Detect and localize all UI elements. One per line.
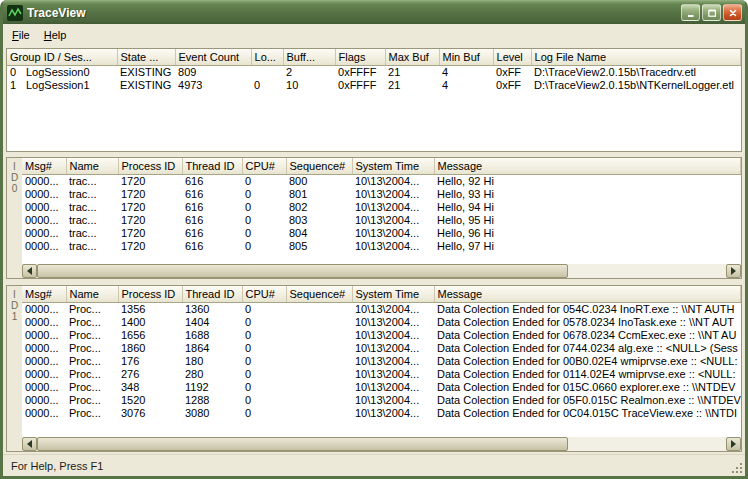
- column-header[interactable]: Group ID / Ses...: [7, 49, 117, 65]
- horizontal-scrollbar[interactable]: [22, 437, 741, 451]
- table-row[interactable]: 0000...Proc...16561688010\13\2004...Data…: [22, 329, 741, 342]
- menu-item-help[interactable]: Help: [37, 26, 74, 44]
- table-row[interactable]: 0000...trac...1720616080210\13\2004...He…: [22, 201, 741, 214]
- id-strip-letter: I: [7, 289, 22, 300]
- table-cell: 1720: [118, 240, 182, 253]
- table-cell: Data Colection Ended for 0744.0234 alg.e…: [434, 342, 741, 355]
- table-cell: 1404: [182, 316, 242, 329]
- table-cell: 10\13\2004...: [352, 201, 434, 214]
- sessions-table: Group ID / Ses... State ... Event Count …: [7, 49, 741, 92]
- table-cell: 0000...: [22, 329, 66, 342]
- scroll-right-button[interactable]: [726, 437, 741, 451]
- column-header[interactable]: Thread ID: [182, 158, 242, 174]
- table-cell: Data Colection Ended for 0578.0234 InoTa…: [434, 316, 741, 329]
- scrollbar-track[interactable]: [37, 264, 726, 278]
- column-header[interactable]: Message: [434, 286, 741, 302]
- table-row[interactable]: 0000...Proc...15201288010\13\2004...Data…: [22, 394, 741, 407]
- session-id-strip-0: I D 0: [7, 158, 22, 278]
- trace-waveform-icon: [7, 5, 23, 21]
- table-row[interactable]: 0000...trac...1720616080110\13\2004...He…: [22, 188, 741, 201]
- table-cell: trac...: [66, 188, 118, 201]
- table-cell: [286, 381, 352, 394]
- column-header[interactable]: CPU#: [242, 286, 286, 302]
- window-title: TraceView: [27, 6, 681, 20]
- table-cell: trac...: [66, 240, 118, 253]
- table-cell: 10\13\2004...: [352, 368, 434, 381]
- menu-item-file[interactable]: File: [5, 26, 37, 44]
- table-row[interactable]: 0000...Proc...14001404010\13\2004...Data…: [22, 316, 741, 329]
- table-cell: 0000...: [22, 342, 66, 355]
- table-cell: EXISTING: [117, 79, 175, 92]
- table-row[interactable]: 1LogSession1EXISTING49730100xFFFF2140xFF…: [7, 79, 741, 92]
- table-cell: 1720: [118, 188, 182, 201]
- table-cell: Proc...: [66, 394, 118, 407]
- column-header[interactable]: Min Buf: [439, 49, 493, 65]
- table-cell: Proc...: [66, 407, 118, 420]
- table-row[interactable]: 0000...trac...1720616080510\13\2004...He…: [22, 240, 741, 253]
- horizontal-scrollbar[interactable]: [22, 264, 741, 278]
- table-row[interactable]: 0000...trac...1720616080310\13\2004...He…: [22, 214, 741, 227]
- scroll-right-button[interactable]: [726, 264, 741, 278]
- scrollbar-track[interactable]: [37, 437, 726, 451]
- column-header[interactable]: State ...: [117, 49, 175, 65]
- table-row[interactable]: 0000...Proc...13561360010\13\2004...Data…: [22, 302, 741, 316]
- column-header[interactable]: CPU#: [242, 158, 286, 174]
- table-cell: 1: [7, 79, 23, 92]
- table-cell: [286, 355, 352, 368]
- maximize-button[interactable]: [702, 4, 721, 21]
- scrollbar-thumb[interactable]: [37, 264, 568, 278]
- close-button[interactable]: [723, 4, 742, 21]
- column-header[interactable]: Process ID: [118, 158, 182, 174]
- table-row[interactable]: 0000...trac...1720616080010\13\2004...He…: [22, 174, 741, 188]
- table-cell: [286, 302, 352, 316]
- column-header[interactable]: Level: [493, 49, 531, 65]
- resize-grip[interactable]: [731, 462, 744, 475]
- table-cell: Proc...: [66, 381, 118, 394]
- table-row[interactable]: 0000...Proc...276280010\13\2004...Data C…: [22, 368, 741, 381]
- column-header[interactable]: Lo...: [251, 49, 283, 65]
- table-row[interactable]: 0000...Proc...18601864010\13\2004...Data…: [22, 342, 741, 355]
- scroll-left-button[interactable]: [22, 264, 37, 278]
- table-row[interactable]: 0000...Proc...30763080010\13\2004...Data…: [22, 407, 741, 420]
- column-header[interactable]: Buff...: [283, 49, 335, 65]
- minimize-button[interactable]: [681, 4, 700, 21]
- scroll-left-button[interactable]: [22, 437, 37, 451]
- table-cell: 1720: [118, 227, 182, 240]
- traceview-app-icon[interactable]: [7, 5, 23, 21]
- table-cell: 0: [242, 240, 286, 253]
- column-header[interactable]: Name: [66, 158, 118, 174]
- column-header[interactable]: Process ID: [118, 286, 182, 302]
- column-header[interactable]: Max Buf: [385, 49, 439, 65]
- column-header[interactable]: Msg#: [22, 286, 66, 302]
- minimize-icon: [686, 8, 696, 18]
- column-header[interactable]: Sequence#: [286, 158, 352, 174]
- column-header[interactable]: Event Count: [175, 49, 251, 65]
- table-row[interactable]: 0000...Proc...3481192010\13\2004...Data …: [22, 381, 741, 394]
- table-cell: 180: [182, 355, 242, 368]
- table-cell: 0: [242, 214, 286, 227]
- table-cell: 0: [242, 188, 286, 201]
- scrollbar-thumb[interactable]: [37, 437, 568, 451]
- column-header[interactable]: Log File Name: [531, 49, 740, 65]
- table-row[interactable]: 0000...trac...1720616080410\13\2004...He…: [22, 227, 741, 240]
- table-cell: 1360: [182, 302, 242, 316]
- column-header[interactable]: Msg#: [22, 158, 66, 174]
- column-header[interactable]: System Time: [352, 158, 434, 174]
- column-header[interactable]: Name: [66, 286, 118, 302]
- column-header[interactable]: Thread ID: [182, 286, 242, 302]
- column-header[interactable]: System Time: [352, 286, 434, 302]
- table-row[interactable]: 0LogSession0EXISTING80920xFFFF2140xFFD:\…: [7, 65, 741, 79]
- table-cell: Proc...: [66, 355, 118, 368]
- status-bar: For Help, Press F1: [3, 454, 745, 476]
- column-header[interactable]: Sequence#: [286, 286, 352, 302]
- table-cell: 10\13\2004...: [352, 394, 434, 407]
- column-header[interactable]: Flags: [335, 49, 385, 65]
- column-header[interactable]: Message: [434, 158, 741, 174]
- table-cell: 4: [439, 65, 493, 79]
- table-cell: 0000...: [22, 240, 66, 253]
- table-row[interactable]: 0000...Proc...176180010\13\2004...Data C…: [22, 355, 741, 368]
- table-cell: 1688: [182, 329, 242, 342]
- table-cell: Proc...: [66, 368, 118, 381]
- table-cell: trac...: [66, 174, 118, 188]
- title-bar[interactable]: TraceView: [3, 0, 745, 24]
